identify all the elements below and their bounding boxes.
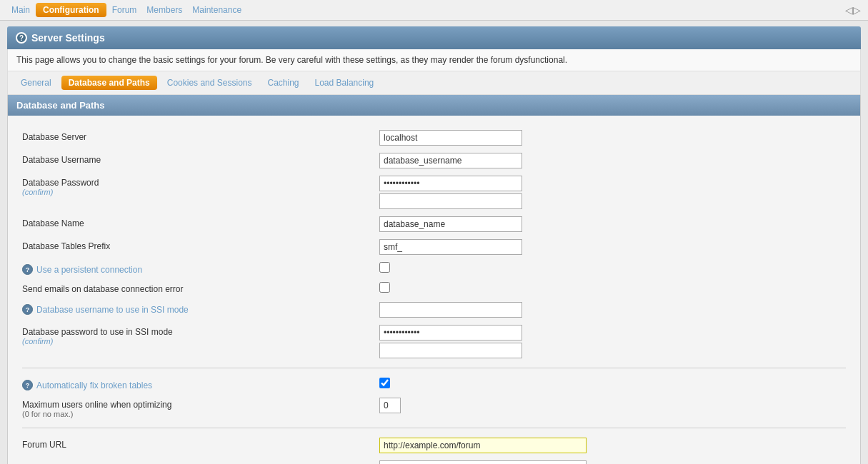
server-settings-title: Server Settings — [31, 32, 105, 44]
tab-load-balancing[interactable]: Load Balancing — [309, 76, 380, 90]
top-navigation: Main Configuration Forum Members Mainten… — [0, 0, 868, 21]
db-prefix-row: Database Tables Prefix — [22, 236, 846, 258]
db-password-confirm-label: (confirm) — [22, 188, 99, 196]
nav-members[interactable]: Members — [142, 3, 186, 17]
forum-url-input[interactable] — [379, 438, 587, 453]
page-container: ? Server Settings This page allows you t… — [0, 21, 868, 464]
max-users-label: Maximum users online when optimizing (0 … — [22, 398, 379, 418]
server-settings-header: ? Server Settings — [7, 26, 861, 49]
max-users-input[interactable] — [379, 398, 401, 413]
section-title: Database and Paths — [16, 100, 105, 111]
db-username-label: Database Username — [22, 153, 379, 165]
db-username-row: Database Username — [22, 149, 846, 172]
nav-forum[interactable]: Forum — [108, 3, 141, 17]
nav-icons: ◁▷ — [845, 4, 861, 16]
smf-dir-input[interactable] — [379, 460, 587, 464]
db-prefix-label: Database Tables Prefix — [22, 239, 379, 251]
persistent-conn-help-icon[interactable]: ? — [22, 264, 33, 275]
info-text: This page allows you to change the basic… — [16, 55, 567, 65]
db-password-label: Database Password (confirm) — [22, 176, 379, 196]
content-section-header: Database and Paths — [8, 95, 860, 116]
persistent-conn-row: ? Use a persistent connection — [22, 258, 846, 278]
nav-configuration[interactable]: Configuration — [36, 3, 106, 17]
form-area: Database Server Database Username Databa… — [8, 116, 860, 464]
ssi-password-controls — [379, 325, 522, 358]
db-name-row: Database Name — [22, 213, 846, 236]
max-users-row: Maximum users online when optimizing (0 … — [22, 394, 846, 422]
ssi-password-input[interactable] — [379, 325, 522, 341]
divider-1 — [22, 368, 846, 368]
db-name-label: Database Name — [22, 216, 379, 228]
db-password-input[interactable] — [379, 176, 522, 191]
auto-fix-checkbox[interactable] — [379, 378, 390, 388]
db-password-row: Database Password (confirm) — [22, 172, 846, 213]
db-password-controls — [379, 176, 522, 209]
auto-fix-row: ? Automatically fix broken tables — [22, 374, 846, 394]
tab-database-and-paths[interactable]: Database and Paths — [61, 76, 157, 90]
back-icon[interactable]: ◁▷ — [845, 4, 861, 16]
nav-maintenance[interactable]: Maintenance — [188, 3, 246, 17]
content-area: Database and Paths Database Server Datab… — [7, 95, 861, 464]
max-users-note: (0 for no max.) — [22, 410, 171, 418]
nav-main[interactable]: Main — [7, 3, 34, 17]
ssi-username-row: ? Database username to use in SSI mode — [22, 298, 846, 321]
info-box: This page allows you to change the basic… — [7, 49, 861, 71]
ssi-username-link[interactable]: Database username to use in SSI mode — [36, 305, 189, 315]
smf-dir-label: SMF Directory — [22, 460, 379, 464]
forum-url-label: Forum URL — [22, 438, 379, 450]
ssi-username-label: ? Database username to use in SSI mode — [22, 302, 379, 315]
forum-url-row: Forum URL — [22, 434, 846, 457]
auto-fix-label: ? Automatically fix broken tables — [22, 378, 379, 390]
sub-tabs: General Database and Paths Cookies and S… — [7, 71, 861, 95]
persistent-conn-checkbox[interactable] — [379, 262, 390, 273]
email-error-row: Send emails on database connection error — [22, 278, 846, 298]
smf-dir-row: SMF Directory — [22, 457, 846, 464]
server-settings-help-icon[interactable]: ? — [16, 32, 27, 44]
auto-fix-link[interactable]: Automatically fix broken tables — [36, 380, 152, 390]
db-username-input[interactable] — [379, 153, 522, 168]
ssi-username-input[interactable] — [379, 302, 522, 318]
ssi-password-row: Database password to use in SSI mode (co… — [22, 321, 846, 362]
db-name-input[interactable] — [379, 216, 522, 232]
ssi-password-confirm-input[interactable] — [379, 343, 522, 358]
ssi-password-label: Database password to use in SSI mode (co… — [22, 325, 379, 346]
db-server-input[interactable] — [379, 130, 522, 146]
divider-2 — [22, 428, 846, 428]
ssi-password-confirm-label: (confirm) — [22, 337, 173, 346]
tab-cookies-and-sessions[interactable]: Cookies and Sessions — [161, 76, 258, 90]
tab-general[interactable]: General — [15, 76, 57, 90]
ssi-username-help-icon[interactable]: ? — [22, 304, 33, 315]
db-prefix-input[interactable] — [379, 239, 522, 255]
db-password-confirm-input[interactable] — [379, 193, 522, 209]
auto-fix-help-icon[interactable]: ? — [22, 380, 33, 390]
tab-caching[interactable]: Caching — [261, 76, 304, 90]
db-server-label: Database Server — [22, 130, 379, 142]
db-server-row: Database Server — [22, 126, 846, 149]
persistent-conn-link[interactable]: Use a persistent connection — [36, 265, 142, 275]
email-error-checkbox[interactable] — [379, 282, 390, 293]
persistent-conn-label: ? Use a persistent connection — [22, 262, 379, 275]
email-error-label: Send emails on database connection error — [22, 282, 379, 294]
nav-links: Main Configuration Forum Members Mainten… — [7, 3, 246, 17]
